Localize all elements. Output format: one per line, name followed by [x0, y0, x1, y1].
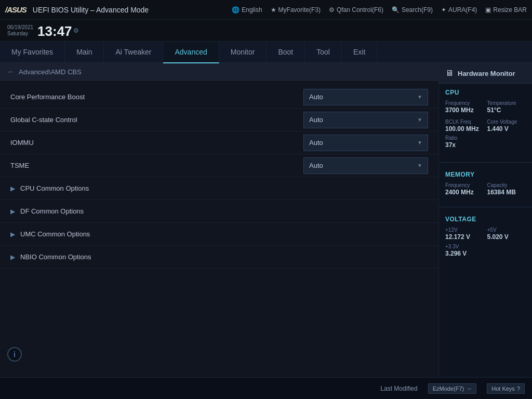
ezmode-button[interactable]: EzMode(F7) → [428, 383, 477, 394]
ezmode-arrow-icon: → [466, 385, 472, 392]
hot-keys-button[interactable]: Hot Keys ? [487, 383, 525, 394]
core-voltage-item: Core Voltage 1.440 V [487, 119, 526, 134]
asus-logo: /ASUS [5, 5, 26, 14]
dropdown-arrow-icon-3: ▼ [417, 140, 422, 145]
last-modified-label: Last Modified [380, 385, 417, 392]
tab-tool[interactable]: Tool [305, 42, 342, 62]
question-icon: ? [517, 385, 520, 392]
tab-ai-tweaker[interactable]: Ai Tweaker [104, 42, 163, 62]
dropdown-arrow-icon: ▼ [417, 94, 422, 100]
core-voltage-value: 1.440 V [487, 125, 526, 134]
iommu-control[interactable]: Auto ▼ [303, 135, 428, 151]
tab-boot[interactable]: Boot [267, 42, 305, 62]
content-area: ← Advanced\AMD CBS Core Performance Boos… [0, 63, 438, 377]
tab-my-favorites[interactable]: My Favorites [0, 42, 65, 62]
hotkeys-btn[interactable]: Hot Keys ? [487, 383, 525, 394]
cpu-temperature-label: Temperature [487, 100, 526, 107]
main-layout: ← Advanced\AMD CBS Core Performance Boos… [0, 63, 532, 377]
cpu-section: CPU Frequency 3700 MHz Temperature 51°C … [439, 84, 532, 159]
global-cstate-control[interactable]: Auto ▼ [303, 112, 428, 128]
my-favorite-button[interactable]: ★ MyFavorite(F3) [271, 6, 321, 14]
umc-common-options-label: UMC Common Options [20, 230, 90, 238]
header-actions: 🌐 English ★ MyFavorite(F3) ⚙ Qfan Contro… [232, 6, 527, 14]
dropdown-arrow-icon-2: ▼ [417, 117, 422, 123]
memory-frequency-label: Frequency [445, 182, 484, 189]
qfan-label: Qfan Control(F6) [337, 6, 383, 14]
voltage-section: Voltage +12V 12.172 V +5V 5.020 V +3.3V … [439, 210, 532, 267]
tab-main[interactable]: Main [65, 42, 104, 62]
expand-df-common-options[interactable]: ▶ DF Common Options [0, 200, 438, 223]
cpu-frequency-item: Frequency 3700 MHz [445, 100, 484, 115]
dropdown-arrow-icon-4: ▼ [417, 163, 422, 168]
language-selector[interactable]: 🌐 English [232, 6, 262, 14]
memory-frequency-value: 2400 MHz [445, 189, 484, 197]
tab-advanced[interactable]: Advanced [163, 42, 219, 63]
resize-icon: ▣ [485, 6, 491, 14]
advanced-label: Advanced [175, 48, 207, 56]
asus-logo-text: /ASUS [5, 5, 26, 14]
ratio-value: 37x [445, 141, 526, 150]
back-arrow-icon[interactable]: ← [7, 68, 15, 76]
footer-bar: Last Modified EzMode(F7) → Hot Keys ? [0, 377, 532, 399]
search-button[interactable]: 🔍 Search(F9) [392, 6, 433, 14]
monitor-label: Monitor [231, 48, 255, 56]
cpu-ratio-item: Ratio 37x [445, 135, 526, 150]
tab-exit[interactable]: Exit [342, 42, 377, 62]
time-settings-icon[interactable]: ⚙ [73, 27, 79, 34]
cpu-memory-divider [439, 162, 532, 163]
star-icon: ★ [271, 6, 276, 14]
expand-nbio-common-options[interactable]: ▶ NBIO Common Options [0, 246, 438, 269]
hotkeys-label: Hot Keys [491, 385, 515, 392]
my-favorite-label: MyFavorite(F3) [278, 6, 321, 14]
v33-value: 3.296 V [445, 250, 526, 258]
setting-global-cstate: Global C-state Control Auto ▼ [0, 109, 438, 131]
setting-iommu: IOMMU Auto ▼ [0, 131, 438, 154]
cpu-temperature-value: 51°C [487, 107, 526, 115]
hardware-monitor-title: Hardware Monitor [458, 70, 515, 77]
bclk-freq-label: BCLK Freq [445, 119, 484, 125]
expand-cpu-common-options[interactable]: ▶ CPU Common Options [0, 177, 438, 200]
core-performance-boost-value: Auto [309, 93, 323, 101]
memory-section: Memory Frequency 2400 MHz Capacity 16384… [439, 166, 532, 204]
date-display: 06/19/2021 [7, 24, 33, 31]
global-cstate-dropdown[interactable]: Auto ▼ [303, 112, 428, 128]
aura-button[interactable]: ✦ AURA(F4) [441, 6, 477, 14]
navigation-bar: My Favorites Main Ai Tweaker Advanced Mo… [0, 42, 532, 63]
tab-monitor[interactable]: Monitor [219, 42, 267, 62]
iommu-dropdown[interactable]: Auto ▼ [303, 135, 428, 151]
v12-item: +12V 12.172 V [445, 227, 484, 242]
language-label: English [242, 6, 262, 14]
tsme-dropdown[interactable]: Auto ▼ [303, 157, 428, 174]
monitor-icon: 🖥 [445, 69, 454, 78]
qfan-control-button[interactable]: ⚙ Qfan Control(F6) [329, 6, 383, 14]
info-icon[interactable]: i [7, 347, 22, 362]
core-performance-boost-dropdown[interactable]: Auto ▼ [303, 89, 428, 105]
breadcrumb-path: Advanced\AMD CBS [19, 68, 82, 76]
expand-umc-common-options[interactable]: ▶ UMC Common Options [0, 223, 438, 246]
settings-list: Core Performance Boost Auto ▼ Global C-s… [0, 81, 438, 377]
expand-arrow-icon-4: ▶ [10, 254, 15, 261]
core-voltage-label: Core Voltage [487, 119, 526, 125]
memory-capacity-label: Capacity [487, 182, 526, 189]
ezmode-btn[interactable]: EzMode(F7) → [428, 383, 477, 394]
my-favorites-label: My Favorites [11, 48, 53, 56]
memory-capacity-item: Capacity 16384 MB [487, 182, 526, 197]
last-modified-item: Last Modified [380, 385, 417, 392]
tsme-control[interactable]: Auto ▼ [303, 157, 428, 174]
v5-item: +5V 5.020 V [487, 227, 526, 242]
fan-icon: ⚙ [329, 6, 335, 14]
core-performance-boost-control[interactable]: Auto ▼ [303, 89, 428, 105]
expand-arrow-icon-2: ▶ [10, 208, 15, 215]
ratio-label: Ratio [445, 135, 526, 141]
global-cstate-label: Global C-state Control [10, 116, 303, 124]
date-time-display: 06/19/2021 Saturday [7, 24, 33, 37]
cpu-common-options-label: CPU Common Options [20, 184, 89, 192]
time-display: 13:47 [37, 24, 72, 38]
cpu-section-title: CPU [445, 89, 526, 96]
hardware-monitor-panel: 🖥 Hardware Monitor CPU Frequency 3700 MH… [438, 63, 532, 377]
bclk-freq-value: 100.00 MHz [445, 125, 484, 134]
setting-core-performance-boost: Core Performance Boost Auto ▼ [0, 86, 438, 109]
v5-value: 5.020 V [487, 233, 526, 242]
memory-stats-grid: Frequency 2400 MHz Capacity 16384 MB [445, 182, 526, 197]
resize-bar-button[interactable]: ▣ Resize BAR [485, 6, 527, 14]
